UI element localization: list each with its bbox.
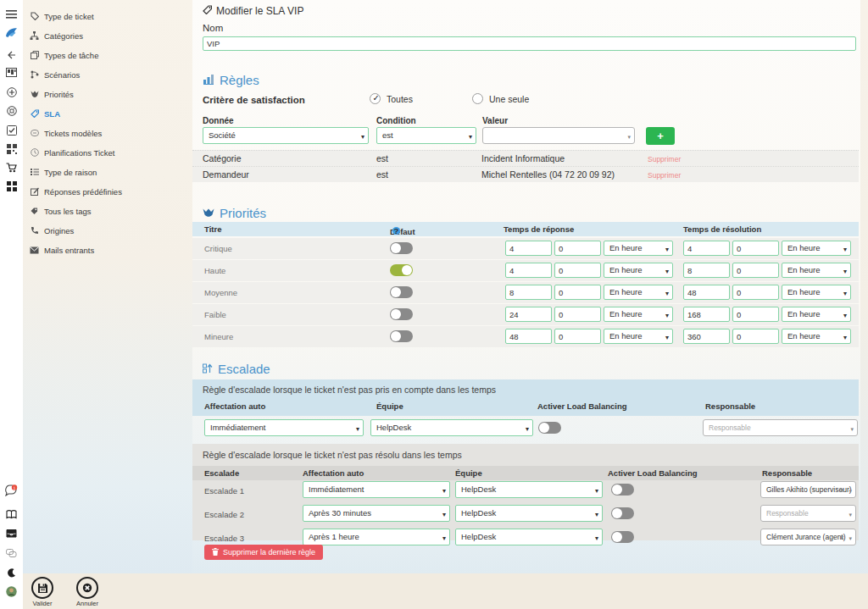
responsable-select[interactable]: Clément Jurance (agent)×▾ [760,529,856,545]
sidebar-item-planifications-ticket[interactable]: Planifications Ticket [30,145,114,160]
auto-assign-select[interactable]: Après 1 heure▾ [303,529,450,545]
response-minutes-input[interactable] [554,241,601,256]
sidebar-item-sla[interactable]: SLA [30,106,60,121]
team-select[interactable]: HelpDesk▾ [455,481,603,498]
escalation-heading-text: Escalade [218,362,270,376]
team-select[interactable]: HelpDesk▾ [370,419,533,436]
sidebar-item-categories[interactable]: Catégories [30,28,83,43]
default-toggle[interactable] [390,242,413,254]
default-toggle[interactable] [390,286,413,298]
resolution-minutes-input[interactable] [732,307,779,322]
delete-rule-link[interactable]: Supprimer [648,171,681,180]
sidebar-item-type-de-raison[interactable]: Type de raison [30,164,97,180]
book-icon[interactable] [0,507,23,522]
default-toggle[interactable] [390,330,413,342]
sidebar-item-mails-entrants[interactable]: Mails entrants [30,242,94,257]
resolution-hours-input[interactable] [683,285,730,300]
name-input[interactable] [203,36,856,51]
qr-code-icon[interactable] [0,141,23,157]
load-balancing-toggle[interactable] [611,531,634,543]
resolution-minutes-input[interactable] [732,285,779,300]
chat-notification-icon[interactable]: 1 [0,483,23,498]
response-hours-input[interactable] [505,307,552,322]
validate-button[interactable]: Valider [25,577,59,607]
copy-icon [30,51,39,60]
resolution-hours-input[interactable] [683,263,730,278]
response-minutes-input[interactable] [554,329,601,344]
condition-select[interactable]: est▾ [376,127,476,144]
response-hours-input[interactable] [505,263,552,278]
response-minutes-input[interactable] [554,285,601,300]
value-select[interactable]: ▾ [482,127,635,144]
resolution-unit-select[interactable]: En heure▾ [782,329,851,344]
auto-assign-select[interactable]: Immédiatement▾ [204,419,364,436]
load-balancing-toggle[interactable] [538,422,561,434]
responsable-select[interactable]: Responsable▾ [760,505,856,522]
response-unit-select[interactable]: En heure▾ [604,285,673,300]
sidebar-item-origines[interactable]: Origines [30,223,74,238]
add-circle-icon[interactable] [0,85,23,100]
hamburger-menu-icon[interactable] [0,7,23,22]
back-arrow-icon[interactable] [0,47,23,63]
remove-icon[interactable]: × [840,530,844,545]
resolution-unit-select[interactable]: En heure▾ [782,263,851,278]
radio-checked-icon[interactable]: ✓ [370,93,381,104]
response-hours-input[interactable] [505,241,552,256]
sidebar-item-tous-les-tags[interactable]: Tous les tags [30,203,91,219]
app-logo-icon[interactable] [0,25,23,40]
team-select[interactable]: HelpDesk▾ [455,505,603,522]
responsable-select[interactable]: Responsable▾ [703,419,858,436]
response-minutes-input[interactable] [554,263,601,278]
data-select[interactable]: Société▾ [203,127,369,144]
remove-icon[interactable]: × [840,483,844,498]
response-unit-select[interactable]: En heure▾ [604,329,673,344]
criteria-option-toutes[interactable]: ✓ Toutes [370,93,413,104]
cart-icon[interactable] [0,160,23,175]
auto-assign-select[interactable]: Immédiatement▾ [303,481,450,498]
response-unit-select[interactable]: En heure▾ [604,263,673,278]
resolution-hours-input[interactable] [683,241,730,256]
resolution-unit-select[interactable]: En heure▾ [782,307,851,322]
resolution-unit-select[interactable]: En heure▾ [782,285,851,300]
sidebar-item-type-de-ticket[interactable]: Type de ticket [30,8,94,24]
resolution-minutes-input[interactable] [732,263,779,278]
team-select[interactable]: HelpDesk▾ [455,529,603,545]
response-hours-input[interactable] [505,285,552,300]
delete-last-rule-button[interactable]: Supprimer la dernière règle [204,545,323,560]
delete-rule-link[interactable]: Supprimer [648,155,681,163]
response-unit-select[interactable]: En heure▾ [604,241,673,256]
default-toggle[interactable] [390,264,413,276]
sidebar-item-priorites[interactable]: Priorités [30,86,74,102]
sidebar-item-label: Types de tâche [44,51,98,60]
response-minutes-input[interactable] [554,307,601,322]
resolution-unit-select[interactable]: En heure▾ [782,241,851,256]
chat-bubbles-icon[interactable] [0,545,23,561]
sidebar-item-tickets-modeles[interactable]: Tickets modèles [30,125,102,141]
resolution-hours-input[interactable] [683,307,730,322]
task-check-icon[interactable] [0,123,23,138]
load-balancing-toggle[interactable] [611,507,634,519]
auto-assign-select[interactable]: Après 30 minutes▾ [303,505,450,522]
user-avatar[interactable] [0,584,23,599]
resolution-minutes-input[interactable] [732,329,779,344]
responsable-select[interactable]: Gilles Akihito (superviseur)×▾ [760,481,856,498]
add-rule-button[interactable]: + [646,127,675,145]
default-toggle[interactable] [390,308,413,320]
sidebar-item-scenarios[interactable]: Scénarios [30,67,80,82]
radio-unchecked-icon[interactable]: ✓ [472,93,483,104]
lifebuoy-icon[interactable] [0,103,23,119]
load-balancing-toggle[interactable] [611,484,634,496]
kanban-board-icon[interactable] [0,64,23,80]
inbox-icon[interactable] [0,526,23,541]
resolution-hours-input[interactable] [683,329,730,344]
resolution-minutes-input[interactable] [732,241,779,256]
response-hours-input[interactable] [505,329,552,344]
apps-grid-icon[interactable] [0,179,23,194]
response-unit-select[interactable]: En heure▾ [604,307,673,322]
cancel-button[interactable]: Annuler [70,577,104,607]
sidebar-item-types-de-tache[interactable]: Types de tâche [30,47,98,63]
help-icon[interactable]: ? [392,227,400,235]
sidebar-item-reponses-predefinies[interactable]: Réponses prédéfinies [30,184,122,199]
criteria-option-une-seule[interactable]: ✓ Une seule [472,93,529,104]
dark-mode-moon-icon[interactable] [0,565,23,580]
